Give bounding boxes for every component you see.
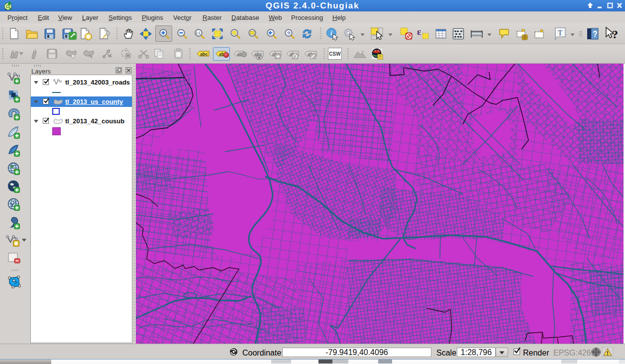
- svg-text:T: T: [558, 29, 562, 37]
- svg-text:ε: ε: [417, 27, 421, 37]
- svg-text:?: ?: [612, 28, 618, 41]
- svg-text:?: ?: [593, 30, 598, 38]
- svg-text:abc: abc: [200, 52, 208, 57]
- svg-text:i: i: [330, 29, 332, 37]
- svg-text:1:1: 1:1: [196, 31, 201, 35]
